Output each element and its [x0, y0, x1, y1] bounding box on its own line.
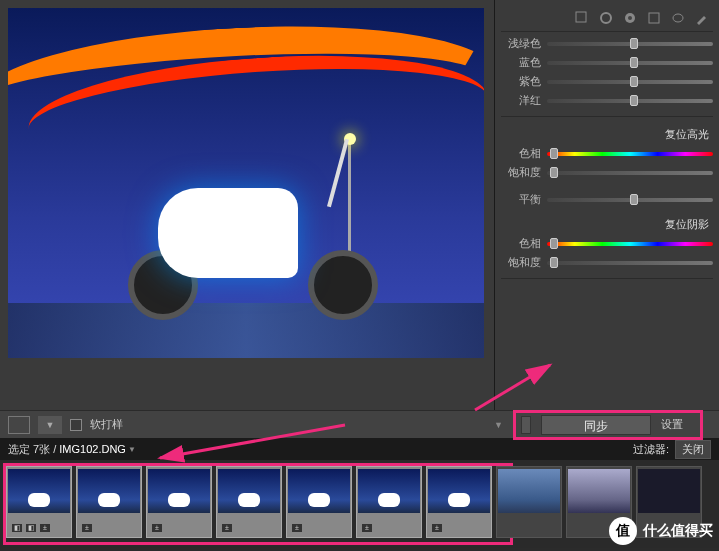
badge-icon: ± — [361, 523, 373, 533]
filter-dropdown[interactable]: 关闭 — [675, 440, 711, 459]
filename[interactable]: IMG102.DNG — [59, 443, 126, 455]
highlight-hue-row: 色相 — [501, 146, 713, 161]
shadow-sat-row: 饱和度 — [501, 255, 713, 270]
soft-proof-label: 软打样 — [90, 417, 123, 432]
badge-icon: ± — [221, 523, 233, 533]
badge-icon: ± — [431, 523, 443, 533]
shadow-hue-slider[interactable] — [547, 238, 713, 250]
thumbnail[interactable]: ± — [216, 466, 282, 538]
thumbnail[interactable] — [496, 466, 562, 538]
badge-icon: ◧ — [11, 523, 23, 533]
shadows-title[interactable]: 复位阴影 — [501, 217, 713, 232]
slider-label: 洋红 — [501, 93, 541, 108]
soft-proof-checkbox[interactable] — [70, 419, 82, 431]
aqua-slider-row: 浅绿色 — [501, 36, 713, 51]
magenta-slider[interactable] — [547, 95, 713, 107]
redeye-tool-icon[interactable] — [621, 9, 639, 27]
slider-label: 平衡 — [501, 192, 541, 207]
thumbnail[interactable]: ± — [76, 466, 142, 538]
chevron-down-icon: ▼ — [46, 420, 55, 430]
crop-tool-icon[interactable] — [573, 9, 591, 27]
badge-icon: ± — [81, 523, 93, 533]
balance-row: 平衡 — [501, 192, 713, 207]
slider-label: 色相 — [501, 236, 541, 251]
slider-label: 蓝色 — [501, 55, 541, 70]
settings-label[interactable]: 设置 — [661, 417, 683, 432]
badge-icon: ± — [151, 523, 163, 533]
slider-label: 紫色 — [501, 74, 541, 89]
filter-label: 过滤器: — [633, 442, 669, 457]
spot-tool-icon[interactable] — [597, 9, 615, 27]
radial-tool-icon[interactable] — [669, 9, 687, 27]
svg-point-5 — [673, 14, 683, 22]
watermark-text: 什么值得买 — [643, 522, 713, 540]
preview-image[interactable] — [8, 8, 484, 358]
purple-slider-row: 紫色 — [501, 74, 713, 89]
chevron-down-icon[interactable]: ▼ — [494, 420, 503, 430]
toolbar: ▼ 软打样 ▼ 同步 设置 — [0, 410, 719, 438]
watermark-icon: 值 — [609, 517, 637, 545]
shadow-sat-slider[interactable] — [547, 257, 713, 269]
view-mode-icon[interactable] — [8, 416, 30, 434]
chevron-down-icon[interactable]: ▼ — [128, 445, 136, 454]
highlights-title[interactable]: 复位高光 — [501, 127, 713, 142]
badge-icon: ± — [291, 523, 303, 533]
thumbnail[interactable]: ± — [286, 466, 352, 538]
slider-label: 饱和度 — [501, 255, 541, 270]
magenta-slider-row: 洋红 — [501, 93, 713, 108]
blue-slider-row: 蓝色 — [501, 55, 713, 70]
preview-area — [0, 0, 494, 410]
shadow-hue-row: 色相 — [501, 236, 713, 251]
balance-slider[interactable] — [547, 194, 713, 206]
watermark: 值 什么值得买 — [609, 517, 713, 545]
thumbnail[interactable]: ± — [426, 466, 492, 538]
purple-slider[interactable] — [547, 76, 713, 88]
highlight-sat-row: 饱和度 — [501, 165, 713, 180]
highlight-sat-slider[interactable] — [547, 167, 713, 179]
badge-icon: ◧ — [25, 523, 37, 533]
gradient-tool-icon[interactable] — [645, 9, 663, 27]
thumbnail[interactable]: ± — [356, 466, 422, 538]
develop-panel: 浅绿色 蓝色 紫色 洋红 复位高光 色相 饱和度 平衡 复位阴影 — [494, 0, 719, 410]
highlight-hue-slider[interactable] — [547, 148, 713, 160]
thumbnail[interactable]: ± — [146, 466, 212, 538]
badge-icon: ± — [39, 523, 51, 533]
brush-tool-icon[interactable] — [693, 9, 711, 27]
selection-count: 选定 7张 — [8, 442, 50, 457]
aqua-slider[interactable] — [547, 38, 713, 50]
svg-rect-4 — [649, 13, 659, 23]
slider-label: 色相 — [501, 146, 541, 161]
status-bar: 选定 7张 / IMG102.DNG ▼ 过滤器: 关闭 — [0, 438, 719, 460]
view-dropdown[interactable]: ▼ — [38, 416, 62, 434]
slider-label: 饱和度 — [501, 165, 541, 180]
blue-slider[interactable] — [547, 57, 713, 69]
svg-point-3 — [628, 16, 632, 20]
sync-toggle[interactable] — [521, 416, 531, 434]
sync-button[interactable]: 同步 — [541, 415, 651, 435]
thumbnail[interactable]: ◧◧± — [6, 466, 72, 538]
svg-rect-0 — [576, 12, 586, 22]
svg-point-1 — [601, 13, 611, 23]
slider-label: 浅绿色 — [501, 36, 541, 51]
